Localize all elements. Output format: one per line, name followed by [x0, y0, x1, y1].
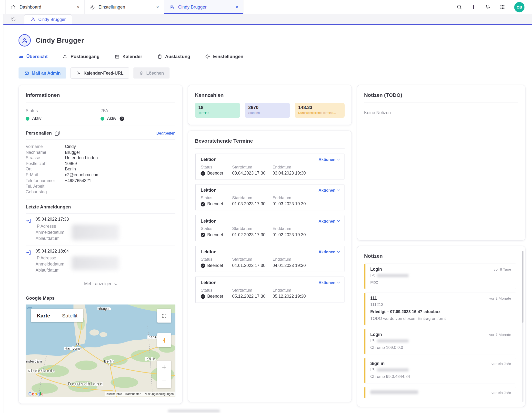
edit-link[interactable]: Bearbeiten [156, 131, 175, 135]
tab-einstellungen-section[interactable]: Einstellungen [205, 54, 243, 59]
copy-icon[interactable] [55, 131, 59, 136]
redacted-title [370, 390, 418, 394]
tab-auslastung[interactable]: Auslastung [157, 54, 190, 59]
zoom-out-button[interactable]: − [157, 374, 171, 388]
page-frame: Cindy Brugger Cindy Brugger Übersicht P [3, 14, 532, 413]
tfa-value: Aktiv [107, 116, 116, 121]
right-column: Notizen (TODO) Keine Notizen Notizen Log… [357, 85, 525, 407]
close-icon[interactable]: × [77, 5, 80, 10]
tab-label: Übersicht [26, 54, 48, 59]
show-more-link[interactable]: Mehr anzeigen [26, 277, 175, 291]
termin-item: Lektion Aktionen StatusStartdatumEnddatu… [195, 215, 345, 241]
note-item[interactable]: Loginvor 8 Tage IP: Moz [364, 264, 516, 289]
map-label-danzig: Danz [148, 335, 156, 339]
profile-avatar-icon [19, 34, 31, 46]
field-row: Postleitzahl10969 [26, 161, 175, 167]
section-tabs: Übersicht Postausgang Kalender Auslastun… [19, 54, 526, 59]
close-icon[interactable]: × [156, 5, 159, 10]
google-map[interactable]: see nhagen Danz Hamburg Berlin Pole mste… [26, 305, 175, 397]
map-label-hamburg: Hamburg [64, 346, 80, 351]
section-title: Letzte Anmeldungen [26, 205, 71, 210]
tab-cindy-brugger[interactable]: Cindy Brugger × [164, 0, 243, 14]
status-value: Beendet [207, 232, 223, 237]
note-time: vor 7 Monate [489, 333, 511, 337]
login-icon [26, 250, 31, 255]
map-type-button[interactable]: Karte [31, 309, 56, 322]
breadcrumb-label: Cindy Brugger [38, 17, 66, 22]
check-circle-icon [201, 263, 205, 268]
map-type-controls: Karte Satellit [31, 309, 83, 322]
page-title: Cindy Brugger [36, 36, 84, 44]
calendar-icon [115, 54, 120, 59]
note-time: vor 2 Monate [489, 296, 511, 300]
termin-item: Lektion Aktionen StatusStartdatumEnddatu… [195, 276, 345, 303]
field-row: OrtBerlin [26, 167, 175, 172]
note-item[interactable]: vor ein Jahr [364, 387, 516, 399]
field-row: Geburtstag [26, 189, 175, 195]
aktionen-button[interactable]: Aktionen [319, 219, 340, 223]
search-icon[interactable] [456, 4, 462, 10]
satellite-button[interactable]: Satellit [56, 309, 83, 322]
pegman-button[interactable] [157, 333, 171, 347]
start-date: 03.04.2023 17:30 [232, 171, 272, 176]
zoom-in-button[interactable]: + [157, 361, 171, 374]
aktionen-button[interactable]: Aktionen [319, 250, 340, 254]
aktionen-button[interactable]: Aktionen [319, 157, 340, 161]
map-label-poland: Pole [146, 357, 156, 361]
add-icon[interactable]: + [472, 3, 476, 10]
notizen-card: Notizen Loginvor 8 Tage IP: Moz 111vor 2… [357, 246, 525, 407]
help-icon[interactable]: ? [120, 116, 124, 121]
map-attribution: Google Kurzbefehle Kartendaten Nutzungsb… [26, 391, 175, 397]
delete-button[interactable]: Löschen [133, 67, 170, 79]
close-icon[interactable]: × [236, 5, 238, 10]
note-item[interactable]: Loginvor 7 Monate IP: Chrome 109.0.0.0 [364, 329, 516, 354]
terms-link[interactable]: Nutzungsbedingungen [143, 392, 175, 397]
card-title: Informationen [26, 92, 175, 103]
redacted-ip [377, 274, 409, 277]
note-title: 111 [370, 296, 377, 301]
tab-dashboard[interactable]: Dashboard × [5, 0, 85, 14]
button-label: Löschen [146, 70, 164, 75]
shortcuts-link[interactable]: Kurzbefehle [105, 392, 124, 397]
login-item: 05.04.2022 18:04 IP Adresse Anmeldedatum… [26, 246, 175, 277]
termin-name: Lektion [201, 218, 217, 224]
note-item[interactable]: 111vor 2 Monate 111213 Erledigt – 07.09.… [364, 293, 516, 325]
chevron-down-icon [337, 250, 340, 253]
fullscreen-button[interactable] [157, 309, 171, 323]
mail-admin-button[interactable]: Mail an Admin [19, 67, 67, 79]
apps-grid-icon[interactable] [500, 4, 505, 10]
tab-kalender[interactable]: Kalender [115, 54, 142, 59]
user-avatar[interactable]: CB [514, 2, 524, 12]
card-title: Kennzahlen [195, 92, 345, 98]
tab-einstellungen[interactable]: Einstellungen × [85, 0, 164, 14]
note-time: vor 8 Tage [494, 267, 511, 271]
note-item[interactable]: Sign invor ein Jahr IP: Chrome 99.0.4844… [364, 358, 516, 384]
aktionen-button[interactable]: Aktionen [319, 280, 340, 285]
breadcrumb[interactable]: Cindy Brugger [24, 14, 72, 24]
termin-item: Lektion Aktionen StatusStartdatumEnddatu… [195, 153, 345, 180]
termin-name: Lektion [201, 157, 217, 162]
note-title: Sign in [370, 361, 384, 366]
history-button[interactable] [7, 14, 20, 24]
bell-icon[interactable] [485, 4, 491, 10]
tab-postausgang[interactable]: Postausgang [63, 54, 100, 59]
start-date: 05.12.2022 17:30 [232, 294, 272, 299]
calendar-feed-url-button[interactable]: Kalender-Feed-URL [70, 67, 129, 79]
note-title: Login [370, 332, 382, 337]
tab-label: Postausgang [70, 54, 100, 59]
map-label-netherlands: Niederlande [28, 369, 55, 373]
map-data-link[interactable]: Kartendaten [124, 392, 143, 397]
tfa-dot-green [100, 117, 104, 120]
empty-state: Keine Notizen [364, 110, 518, 115]
chevron-down-icon [337, 157, 340, 160]
chevron-down-icon [337, 219, 340, 222]
login-details: 05.04.2022 17:33 IP Adresse Anmeldedatum… [36, 217, 69, 242]
informationen-card: Informationen Status Aktiv 2FA Aktiv? [19, 85, 183, 404]
tab-label: Einstellungen [99, 4, 125, 10]
tab-uebersicht[interactable]: Übersicht [19, 54, 48, 59]
scrollbar-thumb[interactable] [522, 251, 523, 323]
field-row: Telefonnummer+4987654321 [26, 178, 175, 184]
main-content: Cindy Brugger Übersicht Postausgang Kale… [3, 34, 532, 413]
aktionen-button[interactable]: Aktionen [319, 188, 340, 192]
stat-boxes: 18 Termine 2670 Stunden 148.33 Durchschn… [195, 103, 345, 118]
